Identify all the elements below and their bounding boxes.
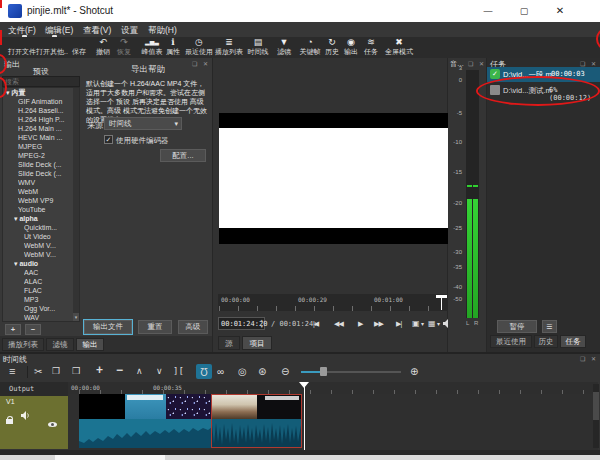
preset-item[interactable]: MP3 — [24, 295, 96, 304]
preset-remove-button[interactable]: − — [25, 324, 41, 335]
skip-to-end-icon[interactable]: ▶| — [396, 318, 401, 329]
tab-project[interactable]: 项目 — [242, 336, 272, 350]
menu-edit[interactable]: 编辑(E) — [45, 25, 73, 37]
preset-add-button[interactable]: + — [5, 324, 21, 335]
v1-track-header[interactable]: V1 — [0, 396, 68, 449]
zoom-fit-icon[interactable]: ▣ — [412, 318, 420, 329]
preset-item[interactable]: MPEG-2 — [18, 151, 90, 160]
preset-item[interactable]: H.264 High P... — [18, 115, 90, 124]
tab-export[interactable]: 输出 — [76, 338, 104, 351]
preset-item[interactable]: H.264 Main ... — [18, 124, 90, 133]
play-icon[interactable]: ▶ — [358, 318, 363, 329]
split-icon[interactable]: ][ — [173, 366, 184, 377]
timeline-menu-icon[interactable]: ≡ — [9, 366, 15, 377]
scrubber-label-1: 00:00:29 — [298, 296, 327, 303]
preset-item[interactable]: WebM V... — [24, 241, 96, 250]
preset-item[interactable]: WebM VP9 — [18, 196, 90, 205]
meter-bar-right — [473, 199, 478, 318]
preset-group-builtin[interactable]: ▾ 内置 — [6, 88, 78, 97]
annotation-ellipse-job — [476, 76, 600, 106]
preset-item[interactable]: WMV — [18, 178, 90, 187]
rewind-icon[interactable]: ◀◀ — [334, 318, 343, 329]
toolbar-fullscreen[interactable]: ✖ 全屏模式 — [377, 37, 421, 58]
tab-playlist[interactable]: 播放列表 — [2, 338, 44, 351]
lift-icon[interactable]: ∧ — [136, 366, 143, 377]
ripple-delete-icon[interactable]: − — [116, 365, 123, 376]
ripple-icon[interactable]: ◎ — [238, 366, 247, 377]
skip-to-start-icon[interactable]: |◀ — [313, 318, 318, 329]
maximize-button[interactable]: ▢ — [506, 0, 542, 22]
preset-item[interactable]: H.264 Baseli... — [18, 106, 90, 115]
paste-icon[interactable]: ❒ — [72, 366, 80, 377]
clip2-caption-strip — [265, 396, 299, 400]
preset-item[interactable]: FLAC — [24, 286, 96, 295]
preset-item[interactable]: YouTube — [18, 205, 90, 214]
scrub-drag-icon[interactable]: ∞ — [217, 366, 224, 377]
fast-forward-icon[interactable]: ▶▶ — [374, 318, 383, 329]
menu-help[interactable]: 帮助(H) — [148, 25, 177, 37]
ripple-all-tracks-icon[interactable]: ⊛ — [258, 366, 266, 377]
mute-speaker-icon[interactable] — [21, 411, 30, 420]
grid-caret-icon[interactable]: ▾ — [437, 319, 440, 330]
spinner-down-icon[interactable]: ▾ — [260, 323, 263, 329]
timeline-scrollbar-thumb[interactable] — [593, 392, 599, 420]
clip1-thumb-purple — [166, 394, 212, 419]
preset-item[interactable]: ALAC — [24, 277, 96, 286]
export-file-button[interactable]: 输出文件 — [84, 320, 132, 334]
append-icon[interactable]: + — [96, 365, 103, 376]
jobs-menu-button[interactable]: ☰ — [542, 320, 557, 333]
copy-icon[interactable]: ❐ — [52, 366, 60, 377]
preset-item[interactable]: Slide Deck (... — [18, 169, 90, 178]
tab-jobs[interactable]: 任务 — [560, 335, 586, 348]
scroll-down-arrow-icon[interactable]: ▾ — [73, 313, 79, 321]
jobs-dock-icons[interactable]: ❏ ✕ — [580, 60, 598, 67]
timeline-clip-1[interactable] — [79, 394, 212, 448]
grid-icon[interactable]: ▦ — [428, 318, 436, 329]
lock-icon[interactable] — [6, 419, 13, 424]
overwrite-icon[interactable]: ∨ — [156, 366, 163, 377]
zoom-slider-handle[interactable] — [320, 367, 327, 376]
preset-item[interactable]: MJPEG — [18, 142, 90, 151]
timeline-dock-icons[interactable]: ❏ ✕ — [580, 355, 598, 362]
output-track-header[interactable]: Output — [0, 382, 68, 396]
timeline-scrollbar[interactable] — [593, 384, 599, 448]
preset-item[interactable]: Ogg Vor... — [24, 304, 96, 313]
cut-icon[interactable]: ✂ — [34, 366, 42, 377]
preset-item[interactable]: WebM — [18, 187, 90, 196]
tab-history[interactable]: 历史 — [534, 335, 558, 348]
reset-button[interactable]: 重置 — [138, 320, 172, 334]
menu-view[interactable]: 查看(V) — [83, 25, 111, 37]
menu-settings[interactable]: 设置 — [121, 25, 138, 37]
zoom-fit-caret-icon[interactable]: ▾ — [421, 319, 424, 330]
snap-magnet-icon[interactable]: Ω — [196, 364, 212, 379]
close-button[interactable]: ✕ — [542, 0, 578, 22]
hide-eye-icon[interactable] — [48, 422, 57, 427]
peak-meter-dock-icons[interactable]: ❏ ✕ — [468, 60, 486, 67]
tab-recent[interactable]: 最近使用 — [490, 335, 532, 348]
preset-search-input[interactable] — [2, 76, 80, 87]
preset-item[interactable]: AAC — [24, 268, 96, 277]
zoom-in-icon[interactable]: ⊕ — [410, 366, 418, 377]
hw-encoder-checkbox[interactable]: ✓ — [104, 135, 113, 144]
preset-item[interactable]: HEVC Main ... — [18, 133, 90, 142]
minimize-button[interactable]: — — [470, 0, 506, 22]
export-help-text: 默认创建一个 H.264/AAC MP4 文件，适用于大多数用户和需求。尝试在左… — [86, 79, 210, 117]
source-dropdown[interactable]: 时间线 ▾ — [104, 117, 182, 130]
pause-button[interactable]: 暂停 — [497, 320, 537, 333]
tab-source[interactable]: 源 — [218, 336, 240, 350]
preset-item[interactable]: Quicktim... — [24, 223, 96, 232]
zoom-slider-track[interactable] — [301, 371, 401, 373]
preset-item[interactable]: GIF Animation — [18, 97, 90, 106]
preset-item[interactable]: Slide Deck (... — [18, 160, 90, 169]
zoom-out-icon[interactable]: ⊖ — [281, 366, 289, 377]
timecode-spinbox[interactable]: 00:01:24:20 ▴ ▾ — [218, 317, 265, 330]
advanced-button[interactable]: 高级 — [178, 320, 208, 334]
tab-filters[interactable]: 滤镜 — [46, 338, 74, 351]
configure-button[interactable]: 配置... — [160, 149, 206, 162]
preset-scrollbar[interactable] — [73, 88, 79, 313]
preset-item[interactable]: Ut Video — [24, 232, 96, 241]
video-preview[interactable] — [219, 113, 451, 244]
player-scrubber[interactable]: 00:00:00 00:00:29 00:01:00 — [218, 294, 448, 311]
preset-item[interactable]: WebM V... — [24, 250, 96, 259]
timeline-clip-2-selected[interactable] — [211, 394, 302, 448]
